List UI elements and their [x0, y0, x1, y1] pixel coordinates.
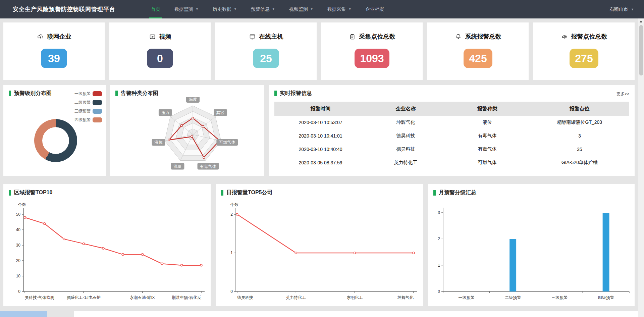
- svg-text:流量: 流量: [173, 164, 181, 169]
- legend-swatch: [93, 100, 102, 105]
- svg-text:荆洪生物-氧化反: 荆洪生物-氧化反: [172, 295, 201, 300]
- warning-level-donut-chart: [34, 119, 77, 162]
- svg-text:2: 2: [230, 212, 233, 217]
- panel-alarm-type-distribution: 告警种类分布图 温度其它可燃气体有毒气体流量液位压力: [110, 85, 264, 176]
- legend-swatch: [93, 109, 102, 114]
- footer-partial-panel: [74, 311, 638, 317]
- table-row: 2020-03-10 10:41:01德昊科技有毒气体3: [274, 129, 629, 143]
- svg-text:有毒气体: 有毒气体: [200, 164, 216, 169]
- radar-axis-label: 压力: [159, 109, 172, 116]
- svg-text:昊科技-气体监测: 昊科技-气体监测: [25, 295, 54, 300]
- alarm-type-radar-chart: 温度其它可燃气体有毒气体流量液位压力: [110, 97, 264, 175]
- page-scrollbar[interactable]: [638, 18, 644, 317]
- radar-axis-label: 其它: [214, 109, 227, 116]
- svg-text:永润石油-罐区: 永润石油-罐区: [130, 295, 155, 300]
- panel-title: 区域报警TOP10: [14, 189, 52, 196]
- panel-accent-bar: [433, 190, 436, 196]
- stat-value-badge: 425: [464, 49, 492, 68]
- speaker-icon: [561, 33, 568, 40]
- stat-card-5: 报警点位总数 275: [533, 22, 635, 80]
- svg-text:个数: 个数: [18, 202, 26, 207]
- svg-text:0: 0: [438, 289, 440, 294]
- table-header-row: 报警时间企业名称报警种类报警点位: [274, 102, 629, 116]
- table-row: 2020-03-05 08:37:59英力特化工可燃气体GIA-520单体贮槽: [274, 156, 629, 169]
- region-selector[interactable]: 石嘴山市 ▼: [609, 6, 634, 12]
- stat-card-1: 视频 0: [109, 22, 211, 80]
- svg-text:0: 0: [230, 289, 233, 294]
- panel-region-alarm-top10: 区域报警TOP10 01020304050个数昊科技-气体监测鹏盛化工-1#电石…: [3, 184, 211, 306]
- video-icon: [149, 33, 156, 40]
- stat-value-badge: 275: [570, 49, 598, 68]
- nav-item-3[interactable]: 预警信息 ▼: [244, 0, 282, 18]
- legend-swatch: [93, 91, 102, 96]
- svg-text:三级预警: 三级预警: [551, 295, 568, 300]
- svg-text:一级预警: 一级预警: [458, 295, 474, 300]
- stat-cards-row: 联网企业 39 视频 0 在线主机 25 采集点位总数 1093 系统报警总数 …: [3, 22, 635, 80]
- bar-二级预警: [509, 239, 516, 292]
- region-alarm-top10-chart: 01020304050个数昊科技-气体监测鹏盛化工-1#电石炉永润石油-罐区荆洪…: [3, 199, 211, 305]
- stat-value-badge: 1093: [355, 49, 389, 68]
- chevron-down-icon: ▼: [234, 0, 237, 18]
- panel-accent-bar: [9, 190, 11, 196]
- nav-item-4[interactable]: 视频监测 ▼: [282, 0, 320, 18]
- radar-axis-label: 流量: [171, 163, 184, 170]
- radar-axis-label: 可燃气体: [216, 139, 238, 146]
- svg-text:20: 20: [16, 258, 21, 263]
- panel-title: 实时报警信息: [280, 90, 312, 97]
- column-header: 报警种类: [445, 102, 530, 116]
- panel-accent-bar: [9, 91, 11, 96]
- donut-hole: [42, 127, 69, 154]
- bell-icon: [455, 33, 462, 40]
- legend-item-1[interactable]: 二级预警: [74, 100, 102, 105]
- top-nav: 安全生产风险预警防控物联网管理平台 首页 数据监测 ▼ 历史数据 ▼ 预警信息 …: [0, 0, 644, 18]
- svg-text:四级预警: 四级预警: [598, 295, 614, 300]
- dashboard-page: 安全生产风险预警防控物联网管理平台 首页 数据监测 ▼ 历史数据 ▼ 预警信息 …: [0, 0, 644, 317]
- scroll-up-icon[interactable]: [640, 20, 642, 22]
- legend-item-3[interactable]: 四级预警: [74, 117, 102, 123]
- panel-daily-alarm-top5: 日报警量TOP5公司 012个数德昊科技英力特化工东明化工坤辉气化: [216, 184, 423, 306]
- svg-text:10: 10: [16, 274, 21, 278]
- chevron-down-icon: ▼: [348, 0, 352, 18]
- stat-value-badge: 39: [41, 49, 67, 68]
- nav-menu: 首页 数据监测 ▼ 历史数据 ▼ 预警信息 ▼ 视频监测 ▼ 数据采集 ▼ 企业…: [144, 0, 391, 18]
- svg-text:压力: 压力: [161, 110, 169, 115]
- stat-value-badge: 0: [147, 49, 173, 68]
- nav-item-1[interactable]: 数据监测 ▼: [167, 0, 206, 18]
- bar-四级预警: [603, 213, 609, 292]
- panel-title: 日报警量TOP5公司: [226, 189, 273, 196]
- svg-text:鹏盛化工-1#电石炉: 鹏盛化工-1#电石炉: [67, 295, 101, 300]
- footer-partial-blue-block: [0, 311, 47, 317]
- donut-legend: 一级预警 二级预警 三级预警 四级预警: [74, 91, 102, 123]
- panel-title: 告警种类分布图: [121, 90, 158, 97]
- chevron-down-icon: ▼: [272, 0, 275, 18]
- column-header: 报警时间: [274, 102, 367, 116]
- nav-item-0[interactable]: 首页: [144, 0, 167, 18]
- nav-item-6[interactable]: 企业档案: [359, 0, 391, 18]
- svg-text:1: 1: [438, 263, 440, 268]
- legend-item-2[interactable]: 三级预警: [74, 108, 102, 114]
- app-title: 安全生产风险预警防控物联网管理平台: [13, 5, 115, 13]
- more-link[interactable]: 更多>>: [616, 91, 629, 97]
- svg-text:50: 50: [16, 212, 21, 217]
- radar-axis-label: 液位: [152, 139, 165, 146]
- svg-text:坤辉气化: 坤辉气化: [397, 295, 414, 300]
- stat-card-0: 联网企业 39: [3, 22, 105, 80]
- daily-alarm-top5-chart: 012个数德昊科技英力特化工东明化工坤辉气化: [216, 199, 423, 305]
- stat-card-4: 系统报警总数 425: [427, 22, 529, 80]
- stat-value-badge: 25: [253, 49, 279, 68]
- legend-swatch: [93, 117, 102, 122]
- stat-card-2: 在线主机 25: [215, 22, 317, 80]
- column-header: 报警点位: [530, 102, 629, 116]
- legend-item-0[interactable]: 一级预警: [74, 91, 102, 97]
- stat-card-3: 采集点位总数 1093: [321, 22, 423, 80]
- chevron-down-icon: ▼: [310, 0, 313, 18]
- svg-text:东明化工: 东明化工: [347, 295, 363, 300]
- svg-text:其它: 其它: [216, 110, 224, 115]
- nav-item-2[interactable]: 历史数据 ▼: [206, 0, 244, 18]
- svg-text:30: 30: [16, 243, 21, 248]
- scrollbar-thumb[interactable]: [639, 25, 643, 75]
- radar-axis-label: 温度: [186, 97, 200, 103]
- nav-item-5[interactable]: 数据采集 ▼: [320, 0, 359, 18]
- chevron-down-icon: ▼: [196, 0, 199, 18]
- svg-text:温度: 温度: [189, 97, 197, 102]
